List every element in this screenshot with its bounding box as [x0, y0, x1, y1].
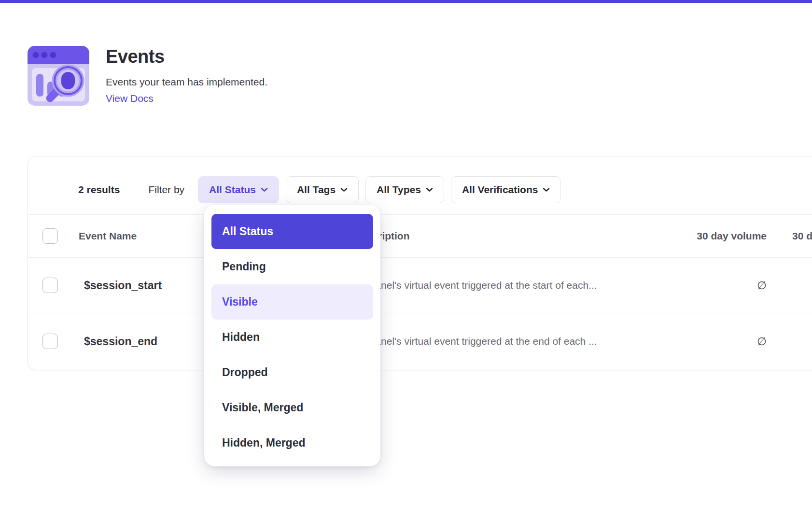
- column-header-event-name[interactable]: Event Name: [79, 230, 137, 242]
- filter-types-label: All Types: [377, 184, 421, 196]
- filter-verifications-button[interactable]: All Verifications: [451, 176, 561, 203]
- filter-tags-button[interactable]: All Tags: [286, 176, 359, 203]
- filter-verifications-label: All Verifications: [462, 184, 538, 196]
- filter-status-button[interactable]: All Status: [198, 176, 279, 203]
- column-header-30-day-users-truncated[interactable]: 30 d: [792, 230, 812, 242]
- row-checkbox[interactable]: [42, 334, 58, 349]
- filter-toolbar: 2 results Filter by All Status All Tags …: [78, 176, 568, 203]
- event-description: Mixpanel's virtual event triggered at th…: [354, 280, 597, 291]
- status-option-visible[interactable]: Visible: [211, 284, 373, 320]
- table-header-row: Event Name Description 30 day volume 30 …: [28, 214, 812, 258]
- row-checkbox[interactable]: [42, 278, 58, 293]
- event-name[interactable]: $session_end: [84, 335, 157, 348]
- status-option-hidden[interactable]: Hidden: [211, 320, 373, 355]
- events-panel: 2 results Filter by All Status All Tags …: [28, 156, 812, 370]
- events-page: Events Events your team has implemented.…: [0, 0, 812, 505]
- page-title: Events: [106, 46, 165, 67]
- status-option-pending[interactable]: Pending: [211, 249, 373, 284]
- status-option-all-status[interactable]: All Status: [211, 214, 373, 249]
- filter-by-label: Filter by: [148, 184, 184, 196]
- chevron-down-icon: [340, 187, 348, 192]
- status-option-dropped[interactable]: Dropped: [211, 355, 373, 390]
- status-option-visible-merged[interactable]: Visible, Merged: [211, 390, 373, 425]
- event-name[interactable]: $session_start: [84, 279, 162, 292]
- view-docs-link[interactable]: View Docs: [106, 93, 154, 104]
- table-row: $session_end Mixpanel's virtual event tr…: [28, 313, 812, 369]
- filter-status-label: All Status: [209, 184, 256, 196]
- page-subtitle: Events your team has implemented.: [106, 76, 267, 88]
- column-header-30-day-volume[interactable]: 30 day volume: [583, 230, 767, 242]
- top-accent-bar: [0, 0, 812, 3]
- table-row: $session_start Mixpanel's virtual event …: [28, 258, 812, 313]
- status-option-hidden-merged[interactable]: Hidden, Merged: [211, 425, 373, 461]
- toolbar-divider: [134, 180, 134, 200]
- event-30-day-volume: ∅: [583, 335, 767, 348]
- chevron-down-icon: [261, 187, 268, 192]
- filter-types-button[interactable]: All Types: [365, 176, 444, 203]
- event-description: Mixpanel's virtual event triggered at th…: [354, 336, 597, 347]
- select-all-checkbox[interactable]: [42, 228, 58, 244]
- chevron-down-icon: [543, 187, 550, 192]
- event-30-day-volume: ∅: [583, 279, 767, 292]
- status-filter-dropdown: All Status Pending Visible Hidden Droppe…: [204, 205, 380, 466]
- filter-tags-label: All Tags: [297, 184, 336, 196]
- browser-analytics-magnifier-icon: [28, 46, 89, 106]
- chevron-down-icon: [426, 187, 433, 192]
- results-count: 2 results: [78, 184, 120, 196]
